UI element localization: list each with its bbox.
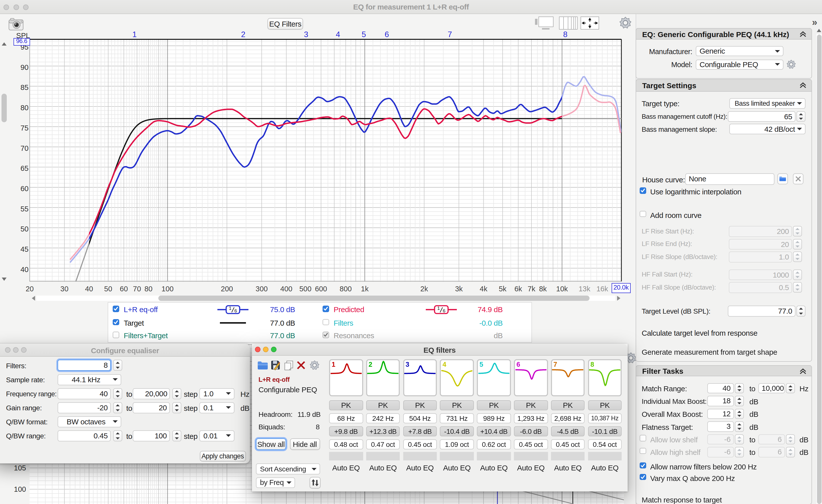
svg-text:40: 40 (85, 285, 93, 293)
svg-text:4k: 4k (480, 285, 487, 293)
svg-text:60: 60 (21, 184, 29, 193)
svg-text:13k: 13k (578, 285, 590, 293)
svg-text:80: 80 (144, 285, 152, 293)
svg-text:55: 55 (21, 205, 29, 213)
svg-text:6: 6 (235, 308, 237, 313)
svg-text:40: 40 (21, 266, 29, 274)
svg-text:80: 80 (21, 104, 29, 112)
svg-text:75: 75 (21, 124, 29, 132)
svg-text:300: 300 (256, 285, 268, 293)
svg-text:6: 6 (385, 30, 389, 39)
svg-text:7: 7 (448, 30, 452, 39)
svg-text:1k: 1k (361, 285, 369, 293)
svg-text:105: 105 (14, 464, 26, 472)
svg-text:20: 20 (26, 285, 34, 293)
svg-text:50: 50 (104, 285, 112, 293)
svg-text:400: 400 (280, 285, 292, 293)
svg-text:1: 1 (132, 30, 137, 39)
svg-text:30: 30 (60, 285, 68, 293)
svg-text:90: 90 (21, 63, 29, 71)
svg-text:70: 70 (133, 285, 141, 293)
svg-text:10k: 10k (556, 285, 568, 293)
svg-text:4: 4 (336, 30, 340, 39)
svg-text:7k: 7k (528, 285, 535, 293)
svg-text:500: 500 (299, 285, 311, 293)
svg-text:600: 600 (315, 285, 327, 293)
svg-text:8k: 8k (539, 285, 547, 293)
svg-text:85: 85 (21, 83, 29, 91)
svg-text:2k: 2k (420, 285, 428, 293)
svg-text:8: 8 (563, 30, 567, 39)
svg-text:2: 2 (241, 30, 246, 39)
svg-text:3k: 3k (455, 285, 463, 293)
svg-text:45: 45 (21, 245, 29, 253)
svg-text:100: 100 (14, 485, 26, 493)
svg-text:100: 100 (161, 285, 173, 293)
svg-text:50: 50 (21, 225, 29, 233)
svg-text:1: 1 (229, 305, 232, 311)
svg-text:6k: 6k (514, 285, 522, 293)
svg-text:200: 200 (221, 285, 233, 293)
svg-text:5k: 5k (499, 285, 506, 293)
svg-text:800: 800 (340, 285, 352, 293)
svg-text:60: 60 (120, 285, 128, 293)
svg-text:3: 3 (304, 30, 308, 39)
svg-text:65: 65 (21, 164, 29, 172)
svg-text:16k: 16k (596, 285, 608, 293)
svg-text:70: 70 (21, 144, 29, 152)
svg-text:5: 5 (362, 30, 366, 39)
svg-text:6: 6 (443, 308, 446, 313)
svg-text:1: 1 (437, 305, 440, 311)
